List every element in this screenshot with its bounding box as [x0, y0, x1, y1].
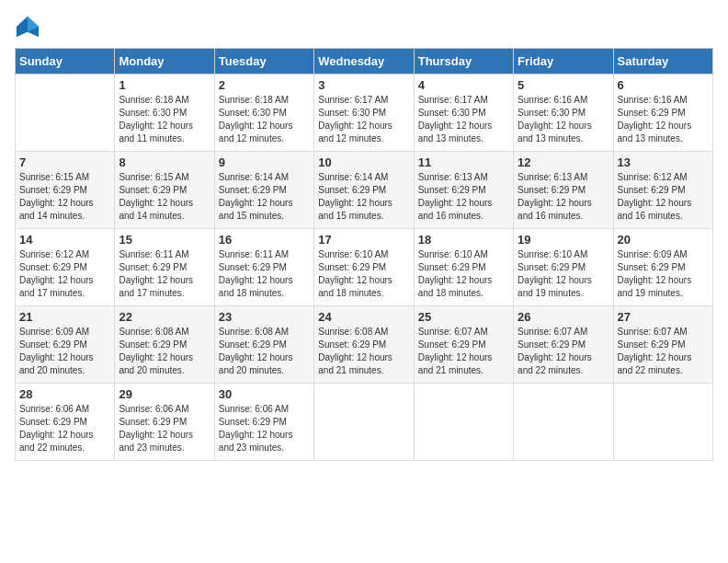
- day-number: 12: [518, 155, 609, 169]
- sunrise-text: Sunrise: 6:15 AMSunset: 6:29 PMDaylight:…: [119, 172, 193, 221]
- day-number: 26: [518, 310, 609, 324]
- sunrise-text: Sunrise: 6:08 AMSunset: 6:29 PMDaylight:…: [119, 327, 193, 375]
- header-day-monday: Monday: [115, 49, 214, 75]
- day-number: 21: [19, 310, 110, 324]
- calendar-cell: 2Sunrise: 6:18 AMSunset: 6:30 PMDaylight…: [214, 75, 313, 152]
- calendar-cell: 21Sunrise: 6:09 AMSunset: 6:29 PMDayligh…: [16, 306, 115, 384]
- sunrise-text: Sunrise: 6:06 AMSunset: 6:29 PMDaylight:…: [19, 404, 94, 453]
- sunrise-text: Sunrise: 6:16 AMSunset: 6:29 PMDaylight:…: [618, 95, 692, 144]
- header-day-friday: Friday: [514, 49, 613, 75]
- calendar-cell: 18Sunrise: 6:10 AMSunset: 6:29 PMDayligh…: [414, 229, 513, 306]
- calendar-cell: 24Sunrise: 6:08 AMSunset: 6:29 PMDayligh…: [314, 306, 414, 384]
- week-row-5: 28Sunrise: 6:06 AMSunset: 6:29 PMDayligh…: [16, 384, 713, 461]
- sunrise-text: Sunrise: 6:09 AMSunset: 6:29 PMDaylight:…: [618, 249, 692, 298]
- day-number: 11: [418, 155, 509, 169]
- logo: [15, 15, 44, 40]
- sunrise-text: Sunrise: 6:18 AMSunset: 6:30 PMDaylight:…: [119, 95, 193, 144]
- sunrise-text: Sunrise: 6:10 AMSunset: 6:29 PMDaylight:…: [518, 249, 592, 298]
- sunrise-text: Sunrise: 6:07 AMSunset: 6:29 PMDaylight:…: [418, 327, 493, 375]
- calendar-cell: 16Sunrise: 6:11 AMSunset: 6:29 PMDayligh…: [214, 229, 313, 306]
- calendar-cell: [613, 384, 712, 461]
- day-number: 9: [219, 155, 310, 169]
- calendar-header-row: SundayMondayTuesdayWednesdayThursdayFrid…: [16, 49, 713, 75]
- header-day-thursday: Thursday: [414, 49, 513, 75]
- calendar-cell: 4Sunrise: 6:17 AMSunset: 6:30 PMDaylight…: [414, 75, 513, 152]
- calendar-cell: 1Sunrise: 6:18 AMSunset: 6:30 PMDaylight…: [115, 75, 214, 152]
- calendar-cell: 20Sunrise: 6:09 AMSunset: 6:29 PMDayligh…: [613, 229, 712, 306]
- day-number: 13: [618, 155, 709, 169]
- day-number: 16: [219, 233, 310, 247]
- header-day-saturday: Saturday: [613, 49, 712, 75]
- day-number: 19: [518, 233, 609, 247]
- sunrise-text: Sunrise: 6:10 AMSunset: 6:29 PMDaylight:…: [318, 249, 392, 298]
- sunrise-text: Sunrise: 6:09 AMSunset: 6:29 PMDaylight:…: [19, 327, 94, 375]
- sunrise-text: Sunrise: 6:11 AMSunset: 6:29 PMDaylight:…: [219, 249, 293, 298]
- header-day-sunday: Sunday: [16, 49, 115, 75]
- day-number: 4: [418, 78, 509, 92]
- day-number: 25: [418, 310, 509, 324]
- calendar-cell: 23Sunrise: 6:08 AMSunset: 6:29 PMDayligh…: [214, 306, 313, 384]
- calendar-cell: 13Sunrise: 6:12 AMSunset: 6:29 PMDayligh…: [613, 152, 712, 229]
- calendar-cell: [414, 384, 513, 461]
- day-number: 30: [219, 387, 310, 401]
- sunrise-text: Sunrise: 6:06 AMSunset: 6:29 PMDaylight:…: [119, 404, 193, 453]
- day-number: 17: [318, 233, 409, 247]
- calendar-cell: 17Sunrise: 6:10 AMSunset: 6:29 PMDayligh…: [314, 229, 414, 306]
- day-number: 1: [119, 78, 210, 92]
- day-number: 22: [119, 310, 210, 324]
- sunrise-text: Sunrise: 6:17 AMSunset: 6:30 PMDaylight:…: [418, 95, 493, 144]
- day-number: 28: [19, 387, 110, 401]
- sunrise-text: Sunrise: 6:07 AMSunset: 6:29 PMDaylight:…: [618, 327, 692, 375]
- header-day-wednesday: Wednesday: [314, 49, 414, 75]
- calendar-cell: 8Sunrise: 6:15 AMSunset: 6:29 PMDaylight…: [115, 152, 214, 229]
- calendar-cell: 9Sunrise: 6:14 AMSunset: 6:29 PMDaylight…: [214, 152, 313, 229]
- day-number: 14: [19, 233, 110, 247]
- day-number: 6: [618, 78, 709, 92]
- day-number: 5: [518, 78, 609, 92]
- calendar-cell: 15Sunrise: 6:11 AMSunset: 6:29 PMDayligh…: [115, 229, 214, 306]
- week-row-1: 1Sunrise: 6:18 AMSunset: 6:30 PMDaylight…: [16, 75, 713, 152]
- calendar-cell: [514, 384, 613, 461]
- day-number: 8: [119, 155, 210, 169]
- sunrise-text: Sunrise: 6:08 AMSunset: 6:29 PMDaylight:…: [318, 327, 392, 375]
- sunrise-text: Sunrise: 6:17 AMSunset: 6:30 PMDaylight:…: [318, 95, 392, 144]
- day-number: 2: [219, 78, 310, 92]
- calendar-cell: 5Sunrise: 6:16 AMSunset: 6:30 PMDaylight…: [514, 75, 613, 152]
- calendar-cell: 25Sunrise: 6:07 AMSunset: 6:29 PMDayligh…: [414, 306, 513, 384]
- calendar-cell: 30Sunrise: 6:06 AMSunset: 6:29 PMDayligh…: [214, 384, 313, 461]
- day-number: 10: [318, 155, 409, 169]
- calendar-cell: 10Sunrise: 6:14 AMSunset: 6:29 PMDayligh…: [314, 152, 414, 229]
- calendar-cell: 7Sunrise: 6:15 AMSunset: 6:29 PMDaylight…: [16, 152, 115, 229]
- sunrise-text: Sunrise: 6:16 AMSunset: 6:30 PMDaylight:…: [518, 95, 592, 144]
- sunrise-text: Sunrise: 6:13 AMSunset: 6:29 PMDaylight:…: [518, 172, 592, 221]
- day-number: 29: [119, 387, 210, 401]
- day-number: 20: [618, 233, 709, 247]
- sunrise-text: Sunrise: 6:11 AMSunset: 6:29 PMDaylight:…: [119, 249, 193, 298]
- calendar-cell: 29Sunrise: 6:06 AMSunset: 6:29 PMDayligh…: [115, 384, 214, 461]
- sunrise-text: Sunrise: 6:14 AMSunset: 6:29 PMDaylight:…: [318, 172, 392, 221]
- sunrise-text: Sunrise: 6:12 AMSunset: 6:29 PMDaylight:…: [618, 172, 692, 221]
- week-row-3: 14Sunrise: 6:12 AMSunset: 6:29 PMDayligh…: [16, 229, 713, 306]
- calendar-cell: 14Sunrise: 6:12 AMSunset: 6:29 PMDayligh…: [16, 229, 115, 306]
- calendar-cell: [16, 75, 115, 152]
- calendar-cell: 19Sunrise: 6:10 AMSunset: 6:29 PMDayligh…: [514, 229, 613, 306]
- calendar-cell: 6Sunrise: 6:16 AMSunset: 6:29 PMDaylight…: [613, 75, 712, 152]
- calendar-cell: 3Sunrise: 6:17 AMSunset: 6:30 PMDaylight…: [314, 75, 414, 152]
- logo-icon: [15, 15, 40, 40]
- day-number: 18: [418, 233, 509, 247]
- day-number: 24: [318, 310, 409, 324]
- day-number: 15: [119, 233, 210, 247]
- calendar-table: SundayMondayTuesdayWednesdayThursdayFrid…: [15, 48, 713, 461]
- sunrise-text: Sunrise: 6:10 AMSunset: 6:29 PMDaylight:…: [418, 249, 493, 298]
- sunrise-text: Sunrise: 6:13 AMSunset: 6:29 PMDaylight:…: [418, 172, 493, 221]
- sunrise-text: Sunrise: 6:07 AMSunset: 6:29 PMDaylight:…: [518, 327, 592, 375]
- sunrise-text: Sunrise: 6:18 AMSunset: 6:30 PMDaylight:…: [219, 95, 293, 144]
- day-number: 3: [318, 78, 409, 92]
- calendar-cell: 26Sunrise: 6:07 AMSunset: 6:29 PMDayligh…: [514, 306, 613, 384]
- calendar-cell: 11Sunrise: 6:13 AMSunset: 6:29 PMDayligh…: [414, 152, 513, 229]
- sunrise-text: Sunrise: 6:15 AMSunset: 6:29 PMDaylight:…: [19, 172, 94, 221]
- calendar-cell: 12Sunrise: 6:13 AMSunset: 6:29 PMDayligh…: [514, 152, 613, 229]
- day-number: 7: [19, 155, 110, 169]
- sunrise-text: Sunrise: 6:08 AMSunset: 6:29 PMDaylight:…: [219, 327, 293, 375]
- calendar-cell: 28Sunrise: 6:06 AMSunset: 6:29 PMDayligh…: [16, 384, 115, 461]
